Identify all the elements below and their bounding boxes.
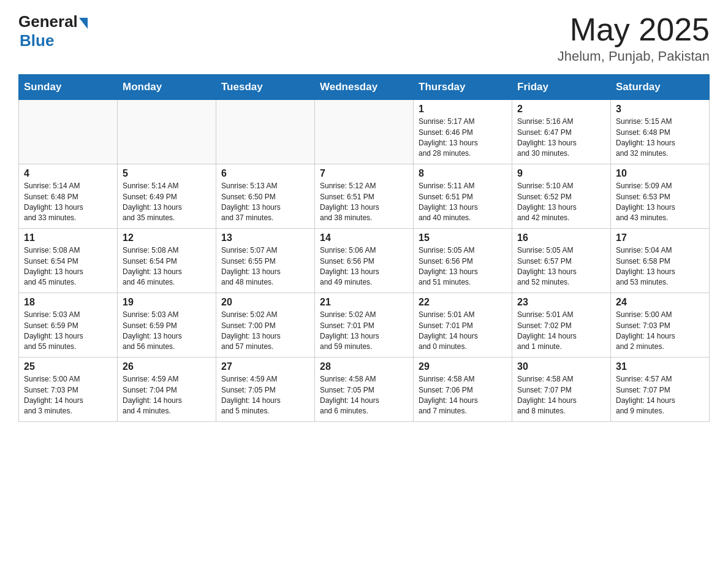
calendar-day-cell: 11Sunrise: 5:08 AM Sunset: 6:54 PM Dayli…: [19, 229, 118, 293]
day-of-week-header: Wednesday: [315, 75, 414, 100]
day-number: 9: [517, 168, 605, 179]
day-info: Sunrise: 5:04 AM Sunset: 6:58 PM Dayligh…: [616, 245, 704, 288]
calendar-day-cell: 3Sunrise: 5:15 AM Sunset: 6:48 PM Daylig…: [611, 100, 710, 164]
day-number: 26: [123, 361, 211, 372]
calendar-week-row: 4Sunrise: 5:14 AM Sunset: 6:48 PM Daylig…: [19, 164, 710, 229]
calendar-header-row: SundayMondayTuesdayWednesdayThursdayFrid…: [19, 75, 710, 100]
calendar-day-cell: 30Sunrise: 4:58 AM Sunset: 7:07 PM Dayli…: [512, 358, 611, 422]
day-info: Sunrise: 5:03 AM Sunset: 6:59 PM Dayligh…: [123, 310, 211, 353]
day-number: 21: [320, 297, 408, 308]
day-number: 6: [221, 168, 309, 179]
calendar-day-cell: 10Sunrise: 5:09 AM Sunset: 6:53 PM Dayli…: [611, 164, 710, 229]
day-info: Sunrise: 5:16 AM Sunset: 6:47 PM Dayligh…: [517, 117, 605, 159]
day-number: 10: [616, 168, 704, 179]
calendar-day-cell: 9Sunrise: 5:10 AM Sunset: 6:52 PM Daylig…: [512, 164, 611, 229]
logo-general-text: General: [18, 12, 78, 31]
day-number: 29: [419, 361, 507, 372]
calendar-day-cell: 18Sunrise: 5:03 AM Sunset: 6:59 PM Dayli…: [19, 293, 118, 358]
calendar-day-cell: 5Sunrise: 5:14 AM Sunset: 6:49 PM Daylig…: [118, 164, 216, 229]
location-subtitle: Jhelum, Punjab, Pakistan: [558, 48, 710, 64]
day-number: 15: [419, 232, 507, 243]
day-info: Sunrise: 5:14 AM Sunset: 6:49 PM Dayligh…: [123, 181, 211, 224]
calendar-day-cell: 29Sunrise: 4:58 AM Sunset: 7:06 PM Dayli…: [414, 358, 512, 422]
day-number: 25: [24, 361, 112, 372]
page-header: General Blue May 2025 Jhelum, Punjab, Pa…: [18, 12, 710, 64]
calendar-day-cell: [315, 100, 414, 164]
day-number: 7: [320, 168, 408, 179]
day-info: Sunrise: 5:01 AM Sunset: 7:02 PM Dayligh…: [517, 310, 605, 353]
day-info: Sunrise: 5:12 AM Sunset: 6:51 PM Dayligh…: [320, 181, 408, 224]
day-info: Sunrise: 5:07 AM Sunset: 6:55 PM Dayligh…: [221, 245, 309, 288]
day-number: 16: [517, 232, 605, 243]
day-info: Sunrise: 5:13 AM Sunset: 6:50 PM Dayligh…: [221, 181, 309, 224]
calendar-day-cell: 28Sunrise: 4:58 AM Sunset: 7:05 PM Dayli…: [315, 358, 414, 422]
calendar-day-cell: 8Sunrise: 5:11 AM Sunset: 6:51 PM Daylig…: [414, 164, 512, 229]
day-number: 24: [616, 297, 704, 308]
calendar-week-row: 11Sunrise: 5:08 AM Sunset: 6:54 PM Dayli…: [19, 229, 710, 293]
day-info: Sunrise: 5:00 AM Sunset: 7:03 PM Dayligh…: [24, 374, 112, 417]
day-number: 12: [123, 232, 211, 243]
day-info: Sunrise: 5:02 AM Sunset: 7:00 PM Dayligh…: [221, 310, 309, 353]
day-number: 5: [123, 168, 211, 179]
day-of-week-header: Monday: [118, 75, 216, 100]
calendar-week-row: 18Sunrise: 5:03 AM Sunset: 6:59 PM Dayli…: [19, 293, 710, 358]
calendar-day-cell: 21Sunrise: 5:02 AM Sunset: 7:01 PM Dayli…: [315, 293, 414, 358]
day-of-week-header: Thursday: [414, 75, 512, 100]
day-info: Sunrise: 5:10 AM Sunset: 6:52 PM Dayligh…: [517, 181, 605, 224]
day-number: 2: [517, 104, 605, 115]
day-number: 13: [221, 232, 309, 243]
day-number: 28: [320, 361, 408, 372]
calendar-day-cell: 23Sunrise: 5:01 AM Sunset: 7:02 PM Dayli…: [512, 293, 611, 358]
calendar-week-row: 25Sunrise: 5:00 AM Sunset: 7:03 PM Dayli…: [19, 358, 710, 422]
day-info: Sunrise: 5:00 AM Sunset: 7:03 PM Dayligh…: [616, 310, 704, 353]
day-info: Sunrise: 4:58 AM Sunset: 7:05 PM Dayligh…: [320, 374, 408, 417]
day-info: Sunrise: 5:08 AM Sunset: 6:54 PM Dayligh…: [123, 245, 211, 288]
calendar-day-cell: 24Sunrise: 5:00 AM Sunset: 7:03 PM Dayli…: [611, 293, 710, 358]
day-number: 31: [616, 361, 704, 372]
calendar-day-cell: 12Sunrise: 5:08 AM Sunset: 6:54 PM Dayli…: [118, 229, 216, 293]
day-info: Sunrise: 5:06 AM Sunset: 6:56 PM Dayligh…: [320, 245, 408, 288]
day-of-week-header: Friday: [512, 75, 611, 100]
calendar-day-cell: 17Sunrise: 5:04 AM Sunset: 6:58 PM Dayli…: [611, 229, 710, 293]
day-info: Sunrise: 4:59 AM Sunset: 7:04 PM Dayligh…: [123, 374, 211, 417]
day-number: 1: [419, 104, 507, 115]
day-info: Sunrise: 5:03 AM Sunset: 6:59 PM Dayligh…: [24, 310, 112, 353]
calendar-day-cell: 16Sunrise: 5:05 AM Sunset: 6:57 PM Dayli…: [512, 229, 611, 293]
day-of-week-header: Tuesday: [216, 75, 315, 100]
calendar-day-cell: 27Sunrise: 4:59 AM Sunset: 7:05 PM Dayli…: [216, 358, 315, 422]
day-of-week-header: Saturday: [611, 75, 710, 100]
calendar-day-cell: 13Sunrise: 5:07 AM Sunset: 6:55 PM Dayli…: [216, 229, 315, 293]
day-info: Sunrise: 4:57 AM Sunset: 7:07 PM Dayligh…: [616, 374, 704, 417]
day-info: Sunrise: 5:08 AM Sunset: 6:54 PM Dayligh…: [24, 245, 112, 288]
calendar-day-cell: 25Sunrise: 5:00 AM Sunset: 7:03 PM Dayli…: [19, 358, 118, 422]
day-number: 4: [24, 168, 112, 179]
calendar-day-cell: 1Sunrise: 5:17 AM Sunset: 6:46 PM Daylig…: [414, 100, 512, 164]
month-year-title: May 2025: [558, 12, 710, 47]
day-number: 23: [517, 297, 605, 308]
calendar-day-cell: 20Sunrise: 5:02 AM Sunset: 7:00 PM Dayli…: [216, 293, 315, 358]
day-info: Sunrise: 5:15 AM Sunset: 6:48 PM Dayligh…: [616, 117, 704, 159]
day-info: Sunrise: 5:02 AM Sunset: 7:01 PM Dayligh…: [320, 310, 408, 353]
calendar-day-cell: [216, 100, 315, 164]
calendar-day-cell: 31Sunrise: 4:57 AM Sunset: 7:07 PM Dayli…: [611, 358, 710, 422]
day-number: 18: [24, 297, 112, 308]
calendar-day-cell: [118, 100, 216, 164]
calendar-day-cell: [19, 100, 118, 164]
day-of-week-header: Sunday: [19, 75, 118, 100]
day-number: 17: [616, 232, 704, 243]
logo-arrow-icon: [79, 18, 88, 29]
calendar-day-cell: 15Sunrise: 5:05 AM Sunset: 6:56 PM Dayli…: [414, 229, 512, 293]
day-number: 3: [616, 104, 704, 115]
calendar-day-cell: 22Sunrise: 5:01 AM Sunset: 7:01 PM Dayli…: [414, 293, 512, 358]
day-number: 8: [419, 168, 507, 179]
day-info: Sunrise: 4:59 AM Sunset: 7:05 PM Dayligh…: [221, 374, 309, 417]
calendar-day-cell: 7Sunrise: 5:12 AM Sunset: 6:51 PM Daylig…: [315, 164, 414, 229]
day-info: Sunrise: 5:05 AM Sunset: 6:56 PM Dayligh…: [419, 245, 507, 288]
day-number: 22: [419, 297, 507, 308]
calendar-day-cell: 19Sunrise: 5:03 AM Sunset: 6:59 PM Dayli…: [118, 293, 216, 358]
day-info: Sunrise: 5:17 AM Sunset: 6:46 PM Dayligh…: [419, 117, 507, 159]
calendar-week-row: 1Sunrise: 5:17 AM Sunset: 6:46 PM Daylig…: [19, 100, 710, 164]
calendar-day-cell: 26Sunrise: 4:59 AM Sunset: 7:04 PM Dayli…: [118, 358, 216, 422]
day-number: 30: [517, 361, 605, 372]
day-number: 14: [320, 232, 408, 243]
